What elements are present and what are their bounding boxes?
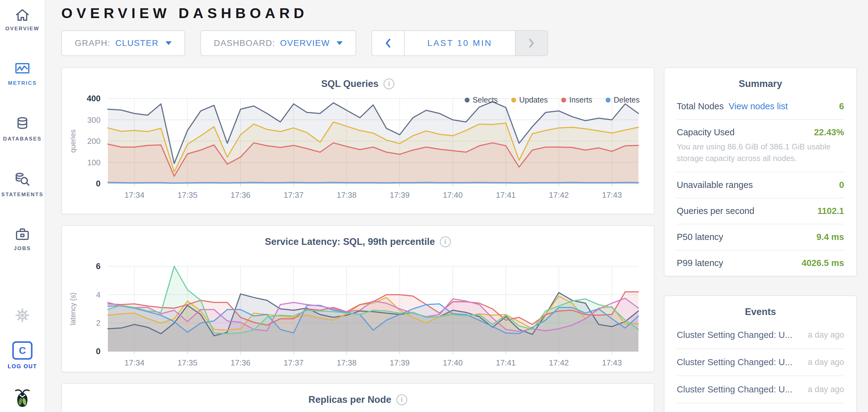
svg-text:2: 2 [96,318,100,328]
statements-search-icon [14,171,31,187]
event-text: Cluster Setting Changed: U... [677,384,792,394]
sidebar-item-overview[interactable]: OVERVIEW [5,8,39,32]
svg-text:17:37: 17:37 [283,358,304,367]
svg-text:17:40: 17:40 [443,191,463,200]
chart-title: Replicas per Node [308,394,391,405]
svg-text:17:36: 17:36 [230,358,250,367]
total-nodes-label: Total Nodes [677,101,724,111]
chart-legend: SelectsUpdatesInsertsDeletes [465,96,640,104]
svg-text:17:42: 17:42 [549,358,569,367]
svg-text:300: 300 [87,115,100,125]
svg-text:17:39: 17:39 [390,358,409,367]
event-row[interactable]: Cluster Setting Changed: U...a day ago [677,376,844,404]
sidebar-item-label: JOBS [14,245,31,251]
summary-card: Summary Total Nodes View nodes list 6 Ca… [664,67,857,276]
event-time: a day ago [808,357,844,367]
chevron-down-icon [165,41,172,45]
home-icon [14,8,30,22]
legend-dot-icon [465,98,470,103]
qps-label: Queries per second [677,206,754,216]
events-card: Events Cluster Setting Changed: U...a da… [664,296,857,412]
svg-text:4: 4 [96,290,100,299]
dashboard-dropdown[interactable]: DASHBOARD: OVERVIEW [200,30,356,56]
chart-header: SQL Queriesi [62,68,654,90]
event-time: a day ago [808,385,844,394]
info-icon[interactable]: i [396,394,407,405]
legend-item[interactable]: Selects [465,96,498,104]
legend-item[interactable]: Deletes [606,96,640,104]
replicas-per-node-chart-card: Replicas per Nodei 1.6k [61,383,654,412]
event-text: Cluster Setting Changed: U... [677,357,792,367]
service-latency-chart-card: Service Latency: SQL, 99th percentilei 1… [61,225,654,372]
sidebar-item-label: OVERVIEW [5,26,39,32]
svg-text:17:42: 17:42 [549,191,569,200]
info-icon[interactable]: i [383,78,395,90]
sidebar-item-metrics[interactable]: METRICS [8,61,37,86]
summary-row-total-nodes: Total Nodes View nodes list 6 [677,94,844,119]
time-range-prev-button[interactable] [372,31,405,56]
event-time: a day ago [808,330,844,340]
sidebar: OVERVIEW METRICS DATABASES [0,0,45,412]
chart-plot-wrap: 17:3417:3517:3617:3717:3817:3917:4017:41… [62,94,654,201]
event-row[interactable]: Cluster Setting Changed: U...a day ago [677,349,844,376]
sidebar-item-label: METRICS [8,80,37,86]
svg-text:17:40: 17:40 [443,358,463,367]
qps-value: 1102.1 [817,206,844,216]
info-glyph: i [401,396,403,404]
sidebar-item-jobs[interactable]: JOBS [14,227,31,251]
svg-text:17:37: 17:37 [283,191,304,200]
view-nodes-list-link[interactable]: View nodes list [728,101,788,111]
graph-dropdown[interactable]: GRAPH: CLUSTER [61,30,185,56]
time-range-value[interactable]: LAST 10 MIN [405,31,515,56]
svg-text:17:43: 17:43 [602,358,622,367]
sidebar-item-databases[interactable]: DATABASES [3,116,42,142]
sidebar-item-label: DATABASES [3,136,42,142]
page-title: OVERVIEW DASHBOARD [61,5,654,21]
p99-value: 4026.5 ms [802,258,844,268]
svg-text:17:38: 17:38 [337,358,356,367]
summary-row-p99: P99 latency 4026.5 ms [677,250,844,276]
capacity-label: Capacity Used [677,127,735,137]
svg-text:17:39: 17:39 [390,191,409,200]
unavailable-ranges-value: 0 [839,180,844,190]
chart-header: Replicas per Nodei [62,384,654,405]
info-glyph: i [444,238,446,246]
capacity-caption: You are using 86.6 GiB of 386.1 GiB usab… [677,141,844,164]
event-row[interactable]: Cluster Setting Changed: U...a day ago [677,404,844,412]
logout-button[interactable]: C LOG OUT [8,341,37,370]
svg-text:200: 200 [87,137,100,146]
chart-title: SQL Queries [321,78,378,89]
legend-item[interactable]: Updates [511,96,548,104]
gear-icon [14,307,31,323]
summary-row-unavailable-ranges: Unavailable ranges 0 [677,172,844,198]
logout-glyph: C [19,345,26,356]
sidebar-item-statements[interactable]: STATEMENTS [1,171,43,198]
graph-dropdown-value: CLUSTER [115,38,158,48]
events-list: Cluster Setting Changed: U...a day agoCl… [677,322,844,412]
dashboard-dropdown-label: DASHBOARD: [214,38,275,48]
summary-label: Total Nodes View nodes list [677,101,788,111]
controls-bar: GRAPH: CLUSTER DASHBOARD: OVERVIEW LAST … [61,30,654,56]
event-row[interactable]: Cluster Setting Changed: U...a day ago [677,322,844,349]
sql-queries-chart[interactable]: 17:3417:3517:3617:3717:3817:3917:4017:41… [62,94,654,201]
sidebar-item-label: STATEMENTS [1,192,43,198]
svg-text:queries: queries [69,130,77,152]
briefcase-icon [14,227,30,241]
chart-title: Service Latency: SQL, 99th percentile [265,236,435,247]
svg-text:17:35: 17:35 [178,358,197,367]
summary-row-qps: Queries per second 1102.1 [677,198,844,224]
p50-label: P50 latency [677,232,723,242]
cockroachdb-bug-logo [12,388,32,412]
info-icon[interactable]: i [440,236,451,247]
legend-dot-icon [561,98,566,103]
legend-dot-icon [511,98,516,103]
svg-text:17:41: 17:41 [496,358,516,367]
legend-item[interactable]: Inserts [561,96,592,104]
service-latency-chart[interactable]: 17:3417:3517:3617:3717:3817:3917:4017:41… [62,262,654,369]
time-range-next-button[interactable] [515,31,548,56]
right-sidebar: Summary Total Nodes View nodes list 6 Ca… [664,0,857,412]
settings-button[interactable] [14,307,31,325]
summary-row-capacity: Capacity Used 22.43% You are using 86.6 … [677,119,844,172]
svg-text:17:43: 17:43 [602,191,622,200]
time-range-selector: LAST 10 MIN [371,30,548,56]
